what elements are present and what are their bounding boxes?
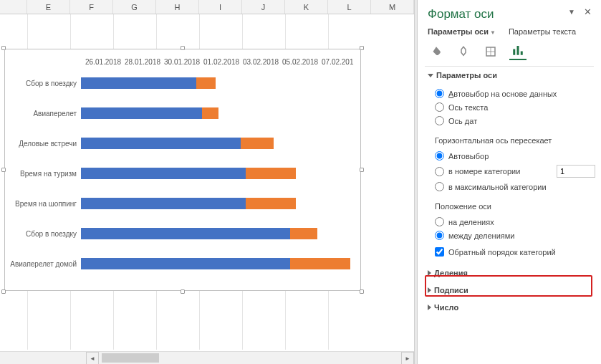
radio-crosses-at-max[interactable]: в максимальной категории [435, 180, 601, 193]
bar-segment-duration[interactable] [241, 138, 274, 149]
col-header[interactable]: L [328, 0, 371, 14]
column-headers: E F G H I J K L M [0, 0, 414, 14]
bar-segment-start[interactable] [81, 258, 290, 269]
section-axis-options[interactable]: Параметры оси [418, 67, 601, 84]
label-axis-position: Положение оси [418, 199, 601, 212]
horizontal-scrollbar[interactable]: ◄ ► [0, 351, 414, 364]
category-number-input[interactable] [557, 165, 595, 178]
radio-position-on-tick[interactable]: на делениях [435, 215, 601, 229]
effects-icon[interactable] [455, 43, 472, 60]
scroll-thumb[interactable] [102, 353, 159, 363]
size-icon[interactable] [482, 43, 499, 60]
category-label[interactable]: Авиаперелет домой [9, 260, 81, 268]
radio-position-between[interactable]: между делениями [435, 229, 601, 242]
bar-segment-start[interactable] [81, 228, 290, 239]
section-ticks[interactable]: Деления [418, 264, 601, 282]
embedded-chart[interactable]: 26.01.2018 28.01.2018 30.01.2018 01.02.2… [4, 49, 361, 291]
bar-segment-duration[interactable] [290, 228, 317, 239]
spreadsheet-area: E F G H I J K L M [0, 0, 415, 364]
bar-segment-start[interactable] [81, 168, 246, 179]
bar-segment-duration[interactable] [290, 258, 350, 269]
category-label[interactable]: Время на шоппинг [9, 200, 81, 208]
svg-rect-2 [517, 46, 519, 55]
category-label[interactable]: Сбор в поездку [9, 230, 81, 238]
bar-segment-duration[interactable] [246, 168, 295, 179]
radio-axis-type-auto[interactable]: Автовыбор на основе данных [435, 87, 601, 100]
radio-axis-type-text[interactable]: Ось текста [435, 100, 601, 114]
plot-area[interactable]: Сбор в поездкуАвиаперелетДеловые встречи… [9, 77, 356, 270]
bar-segment-start[interactable] [81, 77, 196, 89]
col-header[interactable]: K [285, 0, 328, 14]
category-label[interactable]: Авиаперелет [9, 110, 81, 118]
radio-crosses-at-category[interactable]: в номере категории [435, 163, 601, 180]
close-icon[interactable]: ✕ [582, 7, 592, 17]
pane-menu-icon[interactable]: ▼ [567, 7, 577, 17]
col-header[interactable]: H [156, 0, 199, 14]
tab-axis-options[interactable]: Параметры оси▼ [428, 27, 496, 36]
col-header[interactable]: I [199, 0, 242, 14]
scroll-left-button[interactable]: ◄ [86, 352, 99, 364]
svg-rect-3 [521, 52, 523, 55]
bar-segment-duration[interactable] [202, 107, 218, 119]
section-labels[interactable]: Подписи [418, 282, 601, 299]
checkbox-reverse-order[interactable]: Обратный порядок категорий [435, 245, 601, 259]
tab-text-options[interactable]: Параметры текста [509, 27, 576, 36]
date-axis[interactable]: 26.01.2018 28.01.2018 30.01.2018 01.02.2… [85, 58, 356, 70]
bar-segment-start[interactable] [81, 198, 246, 209]
format-axis-pane: ▼ ✕ Формат оси Параметры оси▼ Параметры … [418, 0, 601, 364]
col-header[interactable]: M [371, 0, 414, 14]
bar-segment-start[interactable] [81, 138, 241, 149]
category-label[interactable]: Время на туризм [9, 170, 81, 178]
category-label[interactable]: Сбор в поездку [9, 80, 81, 87]
bar-segment-duration[interactable] [196, 77, 216, 89]
fill-icon[interactable] [428, 43, 445, 60]
radio-axis-type-date[interactable]: Ось дат [435, 114, 601, 128]
col-header[interactable]: F [70, 0, 113, 14]
col-header[interactable]: G [113, 0, 156, 14]
col-header[interactable]: E [27, 0, 70, 14]
svg-rect-1 [513, 49, 515, 55]
col-header[interactable]: J [242, 0, 285, 14]
section-number[interactable]: Число [418, 299, 601, 316]
category-label[interactable]: Деловые встречи [9, 140, 81, 148]
label-crosses: Горизонтальная ось пересекает [418, 133, 601, 146]
axis-options-icon[interactable] [509, 43, 527, 60]
bar-segment-duration[interactable] [246, 198, 295, 209]
bar-segment-start[interactable] [81, 107, 202, 119]
radio-crosses-auto[interactable]: Автовыбор [435, 149, 601, 163]
scroll-right-button[interactable]: ► [401, 352, 414, 364]
